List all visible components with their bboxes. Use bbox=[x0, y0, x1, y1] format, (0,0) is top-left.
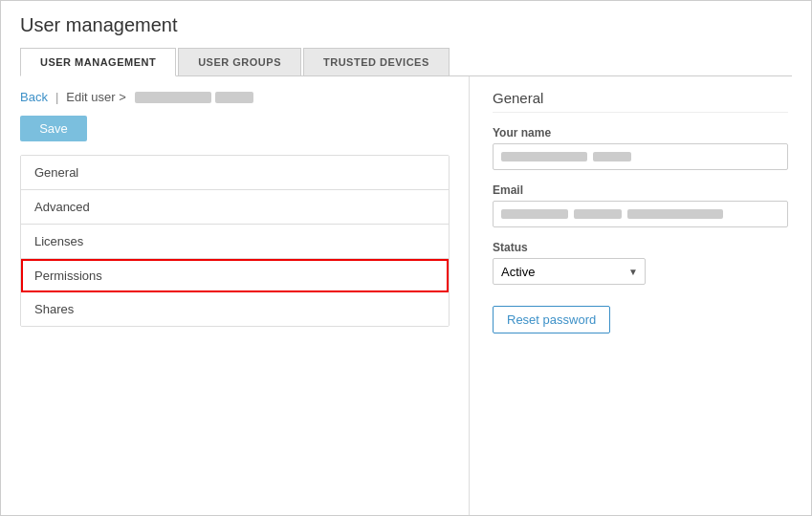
tab-user-management[interactable]: USER MANAGEMENT bbox=[20, 48, 176, 76]
right-panel: General Your name Email St bbox=[470, 76, 811, 515]
your-name-label: Your name bbox=[493, 126, 788, 140]
status-select-wrapper: Active Inactive Disabled ▼ bbox=[493, 258, 646, 285]
left-panel: Back | Edit user > Save General Advanced… bbox=[1, 76, 470, 515]
your-name-input[interactable] bbox=[493, 143, 788, 170]
back-link[interactable]: Back bbox=[20, 90, 48, 104]
your-name-value bbox=[501, 152, 587, 161]
breadcrumb: Back | Edit user > bbox=[20, 90, 450, 104]
email-value bbox=[501, 209, 568, 219]
breadcrumb-separator: | bbox=[55, 90, 58, 104]
page-title: User management bbox=[20, 14, 792, 36]
nav-item-general[interactable]: General bbox=[21, 156, 449, 190]
breadcrumb-username-2 bbox=[215, 92, 253, 103]
status-label: Status bbox=[493, 241, 788, 254]
window-header: User management USER MANAGEMENT USER GRO… bbox=[1, 1, 811, 76]
email-input[interactable] bbox=[493, 201, 788, 227]
form-group-status: Status Active Inactive Disabled ▼ bbox=[493, 241, 788, 285]
breadcrumb-arrow: > bbox=[116, 90, 130, 104]
reset-password-button[interactable]: Reset password bbox=[493, 306, 610, 333]
nav-item-advanced[interactable]: Advanced bbox=[21, 190, 449, 225]
nav-item-permissions[interactable]: Permissions bbox=[21, 259, 449, 292]
tab-user-groups[interactable]: USER GROUPS bbox=[178, 48, 301, 75]
email-label: Email bbox=[493, 183, 788, 197]
main-window: User management USER MANAGEMENT USER GRO… bbox=[0, 0, 812, 516]
form-group-email: Email bbox=[493, 183, 788, 227]
content-area: Back | Edit user > Save General Advanced… bbox=[1, 76, 811, 515]
form-group-name: Your name bbox=[493, 126, 788, 170]
breadcrumb-edit-user: Edit user bbox=[66, 90, 115, 104]
email-value-3 bbox=[627, 209, 723, 219]
tab-bar: USER MANAGEMENT USER GROUPS TRUSTED DEVI… bbox=[20, 48, 792, 76]
nav-menu: General Advanced Licenses Permissions Sh… bbox=[20, 155, 450, 327]
general-section-title: General bbox=[493, 90, 788, 113]
breadcrumb-username bbox=[135, 92, 211, 103]
save-button[interactable]: Save bbox=[20, 116, 87, 141]
nav-item-licenses[interactable]: Licenses bbox=[21, 225, 449, 259]
your-name-value-2 bbox=[593, 152, 631, 161]
nav-item-shares[interactable]: Shares bbox=[21, 292, 449, 326]
email-value-2 bbox=[574, 209, 622, 219]
status-select[interactable]: Active Inactive Disabled bbox=[493, 258, 646, 285]
tab-trusted-devices[interactable]: TRUSTED DEVICES bbox=[303, 48, 450, 75]
